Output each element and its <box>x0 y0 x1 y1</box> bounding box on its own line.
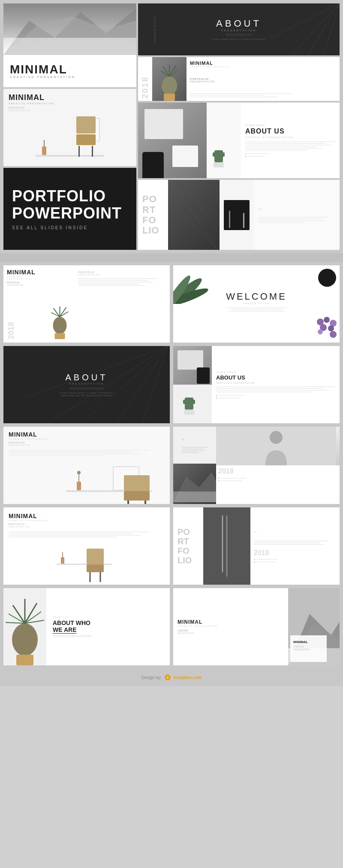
gs10-title: MINIMAL <box>178 619 284 625</box>
gs4-cactus-area <box>173 385 212 423</box>
gs3-line-1 <box>69 388 104 388</box>
grid-slide-6-quote-portfolio[interactable]: " <box>173 427 340 504</box>
bullet-dot-1 <box>245 153 247 155</box>
slide-minimal-plant[interactable]: 2018 MINIMAL C <box>138 57 340 101</box>
leg-left <box>78 146 80 157</box>
svg-line-4 <box>305 3 340 55</box>
text-lines-block <box>245 141 335 151</box>
gs4-cactus-body <box>185 398 193 410</box>
gs1-right-pres: PRESENTATION <box>78 273 166 276</box>
grid-slide-1-minimal-plant[interactable]: MINIMAL CREATIVE PRESENTATION PORTFOLIO … <box>3 265 170 343</box>
gs6-quote-top: " <box>173 427 216 464</box>
about-divider-lines <box>212 34 266 36</box>
plant-portfolio-block: PORTFOLIO PRESENTATION <box>190 78 336 83</box>
svg-rect-62 <box>61 557 64 564</box>
gs6-year-block: 2018 <box>216 465 340 477</box>
mountain-background <box>3 3 136 55</box>
grid-slide-2-welcome[interactable]: WELCOME PRESENTATION <box>173 265 340 343</box>
gs8-bd1 <box>254 559 255 560</box>
svg-line-8 <box>163 67 169 76</box>
gs8-quote-lines <box>254 540 336 545</box>
svg-point-56 <box>270 431 283 444</box>
slide-portfolio-powerpoint[interactable]: PORTFOLIO POWERPOINT SEE ALL SLIDES INSI… <box>3 168 136 250</box>
quote-line-2 <box>258 219 320 219</box>
gs5-tl2 <box>9 452 133 452</box>
svg-rect-50 <box>124 491 150 501</box>
cactus-arm-right <box>222 152 225 157</box>
about-title: ABOUT <box>212 18 266 29</box>
gs3-line-2 <box>69 389 104 389</box>
gs8-right: " 2018 <box>250 507 340 585</box>
grid-slide-3-about-dark[interactable]: ABOUT PRESENTATION Lorem ipsum dolor sit… <box>3 346 170 423</box>
grid-slide-9-about-who[interactable]: STEP 01 ABOUT WHO WE ARE PORTFOLIO PRESE… <box>3 588 170 665</box>
gs6-year-text: 2018 <box>218 467 337 475</box>
vase <box>42 146 46 155</box>
slide-about-us-text[interactable]: LOREM IPSUM ABOUT US PORTFOLIO PRESENTAT… <box>138 103 340 179</box>
gs9-port: PORTFOLIO PRESENTATION <box>53 635 163 637</box>
gs9-about-who: ABOUT WHO <box>53 619 163 627</box>
gs6-bottom-image <box>173 464 216 504</box>
svg-rect-16 <box>172 146 198 167</box>
gs8-quote-mark: " <box>254 530 336 539</box>
svg-rect-45 <box>77 482 81 490</box>
divider-line-1 <box>226 34 252 34</box>
slide-minimal-chair[interactable]: MINIMAL CREATIVE PRESENTATION PORTFOLIO … <box>3 89 136 167</box>
gs5-tl4 <box>9 455 102 456</box>
grid-slide-5-minimal-chair[interactable]: MINIMAL CREATIVE PRESENTATION PORTFOLIO … <box>3 427 170 504</box>
grid-slide-10-minimal-mountains[interactable]: MINIMAL CREATIVE PRESENTATION CREATIVE P… <box>173 588 340 665</box>
gs6-bd2 <box>218 480 220 481</box>
grid-slide-8-portfolio-2018[interactable]: PORTFOLIO " 2018 <box>173 507 340 585</box>
right-preview: PRESENTATION ABOUT PRESENTATION Lorem ip… <box>138 3 340 250</box>
bullet-text-1 <box>248 153 269 154</box>
svg-line-69 <box>25 603 37 623</box>
about-subtitle: PRESENTATION <box>212 29 266 32</box>
gs7-tl1 <box>9 531 149 532</box>
slide-minimal-mountain[interactable]: MINIMAL CREATIVE PRESENTATION <box>3 3 136 87</box>
grid-slide-4-about-us[interactable]: LOREM IPSUM ABOUT US PORTFOLIO PRESENTAT… <box>173 346 340 423</box>
footer-design-by-text: Design by: <box>141 675 162 680</box>
gs8-portfolio-text: PORTFOLIO <box>178 527 199 565</box>
chair-legs <box>76 146 96 157</box>
cactus-pot-sm <box>214 162 224 167</box>
gs9-text-block: STEP 01 ABOUT WHO WE ARE PORTFOLIO PRESE… <box>46 610 170 644</box>
pen-2 <box>243 213 244 228</box>
gs7-title: MINIMAL <box>9 513 165 519</box>
gs4-bd2 <box>216 398 217 399</box>
gs10-right: MINIMAL CREATIVE PRESENTATION <box>288 588 340 665</box>
gs6-bt2 <box>221 480 242 481</box>
svg-text:CREATIVE: CREATIVE <box>293 645 304 648</box>
chair-seat-piece <box>76 134 96 145</box>
gs6-ql2 <box>182 449 203 449</box>
left-preview: MINIMAL CREATIVE PRESENTATION MINIMAL CR… <box>3 3 136 250</box>
svg-rect-58 <box>87 549 104 565</box>
bullet-2 <box>245 156 335 157</box>
gs4-cactus-arm-l <box>183 400 186 404</box>
gs8-bd2 <box>254 561 255 563</box>
grid-slide-7-minimal-text[interactable]: MINIMAL CREATIVE PRESENTATION PORTFOLIO … <box>3 507 170 585</box>
vase-stick <box>44 140 45 146</box>
cactus-container <box>214 150 234 176</box>
welcome-text-lines <box>180 307 333 312</box>
portfolio-item-tall <box>224 200 250 230</box>
gs6-bullets <box>216 477 340 481</box>
gs4-bd1 <box>216 395 217 396</box>
gs7-tl2 <box>9 533 133 534</box>
gs7-pres: PRESENTATION <box>9 525 165 528</box>
gs1-tl2 <box>78 280 149 281</box>
svg-rect-15 <box>142 152 164 179</box>
gs9-plant-area <box>3 588 46 665</box>
tiny-lines-block <box>190 93 336 97</box>
slide-portfolio[interactable]: PORTFOLIO " <box>138 180 340 250</box>
gs4-bt1 <box>219 395 244 396</box>
bullet-text-2 <box>248 156 265 157</box>
portfolio-po-text: PORTFOLIO <box>142 194 164 236</box>
gs6-portrait-image <box>216 427 340 465</box>
gs3-about-title: ABOUT <box>60 373 114 382</box>
slide-about-dark[interactable]: PRESENTATION ABOUT PRESENTATION Lorem ip… <box>138 3 340 55</box>
gs1-sub: CREATIVE PRESENTATION <box>7 276 41 280</box>
slide2-presentation: PRESENTATION <box>9 109 131 112</box>
wl1 <box>226 307 286 308</box>
gs6-ql3 <box>182 450 205 451</box>
text-line-5 <box>245 148 322 149</box>
gs1-pres-label: PRESENTATION <box>7 284 41 286</box>
